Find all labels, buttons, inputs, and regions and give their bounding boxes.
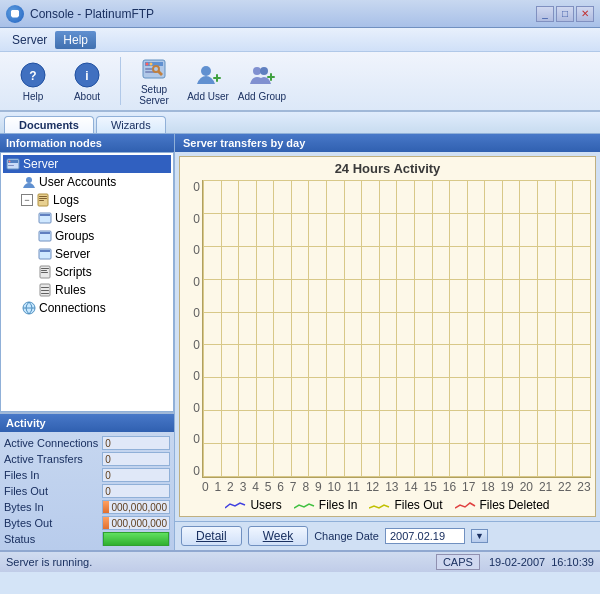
tab-wizards[interactable]: Wizards [96,116,166,133]
tree-item-groups[interactable]: Groups [3,227,171,245]
menu-server[interactable]: Server [4,31,55,49]
bytes-in-value: 000,000,000 [109,502,169,513]
tree-item-server-log[interactable]: Server [3,245,171,263]
status-bar: Server is running. CAPS 19-02-2007 16:10… [0,550,600,572]
svg-point-22 [26,177,32,183]
info-nodes-header: Information nodes [0,134,174,152]
setup-server-label: Setup Server [129,84,179,106]
files-out-value: 0 [103,486,113,497]
chart-x-labels: 0 1 2 3 4 5 6 7 8 9 10 11 12 13 14 15 16… [184,480,591,494]
add-group-button[interactable]: Add Group [237,56,287,106]
status-green-bar [103,532,169,546]
svg-rect-35 [41,270,47,271]
setup-server-button[interactable]: Setup Server [129,56,179,106]
svg-rect-32 [40,250,50,252]
setup-server-icon [140,56,168,82]
status-time: 16:10:39 [551,556,594,568]
help-button[interactable]: ? Help [8,56,58,106]
date-input[interactable] [385,528,465,544]
svg-rect-17 [270,73,272,81]
tree-container[interactable]: Server User Accounts − [0,152,174,412]
right-panel: Server transfers by day 24 Hours Activit… [175,134,600,550]
tree-item-logs[interactable]: − Logs [3,191,171,209]
toolbar-separator [120,57,121,105]
title-bar: Console - PlatinumFTP _ □ ✕ [0,0,600,28]
svg-text:i: i [85,69,88,83]
bytes-out-value: 000,000,000 [109,518,169,529]
svg-rect-21 [8,165,14,166]
tree-label-rules: Rules [55,283,86,297]
main-content: Information nodes Server [0,134,600,550]
svg-point-7 [150,63,153,66]
svg-point-20 [9,161,11,163]
chart-area: 0 0 0 0 0 0 0 0 0 0 [184,180,591,478]
add-user-button[interactable]: Add User [183,56,233,106]
tab-bar: Documents Wizards [0,112,600,134]
window-controls[interactable]: _ □ ✕ [536,6,594,22]
svg-rect-8 [145,68,153,70]
server-icon [5,156,21,172]
help-icon: ? [19,61,47,89]
logs-icon [35,192,51,208]
chart-legend: Users Files In Files Out [184,498,591,512]
tree-label-server: Server [23,157,58,171]
left-panel: Information nodes Server [0,134,175,550]
legend-files-in-label: Files In [319,498,358,512]
tree-item-connections[interactable]: Connections [3,299,171,317]
menu-help[interactable]: Help [55,31,96,49]
minimize-button[interactable]: _ [536,6,554,22]
tree-label-logs: Logs [53,193,79,207]
detail-button[interactable]: Detail [181,526,242,546]
about-button[interactable]: i About [62,56,112,106]
files-out-label: Files Out [4,485,98,497]
active-transfers-bar: 0 [102,452,170,466]
tree-item-scripts[interactable]: Scripts [3,263,171,281]
tree-label-scripts: Scripts [55,265,92,279]
change-date-label: Change Date [314,530,379,542]
app-icon [6,5,24,23]
legend-files-out-label: Files Out [394,498,442,512]
add-user-icon [194,61,222,89]
status-date: 19-02-2007 [489,556,545,568]
week-button[interactable]: Week [248,526,308,546]
svg-point-15 [260,67,268,75]
right-panel-header: Server transfers by day [175,134,600,152]
logs-expand-icon[interactable]: − [21,194,33,206]
about-label: About [74,91,100,102]
legend-files-out: Files Out [369,498,442,512]
tree-item-users[interactable]: Users [3,209,171,227]
status-label: Status [4,533,98,545]
close-button[interactable]: ✕ [576,6,594,22]
tree-item-server[interactable]: Server [3,155,171,173]
svg-rect-28 [40,214,50,216]
users-icon [37,210,53,226]
tree-item-user-accounts[interactable]: User Accounts [3,173,171,191]
svg-rect-38 [41,287,49,288]
svg-rect-39 [41,290,49,291]
tab-documents[interactable]: Documents [4,116,94,133]
tree-label-server-log: Server [55,247,90,261]
bytes-out-bar: 000,000,000 [102,516,170,530]
svg-text:?: ? [29,69,36,83]
tree-label-users: Users [55,211,86,225]
svg-rect-30 [40,232,50,234]
rules-icon [37,282,53,298]
date-dropdown-button[interactable]: ▼ [471,529,488,543]
tree-label-user-accounts: User Accounts [39,175,116,189]
tree-item-rules[interactable]: Rules [3,281,171,299]
svg-rect-40 [41,293,49,294]
add-group-icon [248,61,276,89]
bottom-controls: Detail Week Change Date ▼ [175,521,600,550]
files-in-value: 0 [103,470,113,481]
legend-files-in: Files In [294,498,358,512]
restore-button[interactable]: □ [556,6,574,22]
svg-rect-34 [41,268,49,269]
caps-indicator: CAPS [436,554,480,570]
svg-rect-26 [39,200,44,201]
scripts-icon [37,264,53,280]
chart-container: 24 Hours Activity 0 0 0 0 0 0 0 0 0 0 [179,156,596,517]
svg-rect-25 [39,198,47,199]
activity-grid: Active Connections 0 Active Transfers 0 … [0,432,174,550]
active-connections-value: 0 [103,438,113,449]
svg-rect-36 [41,272,48,273]
